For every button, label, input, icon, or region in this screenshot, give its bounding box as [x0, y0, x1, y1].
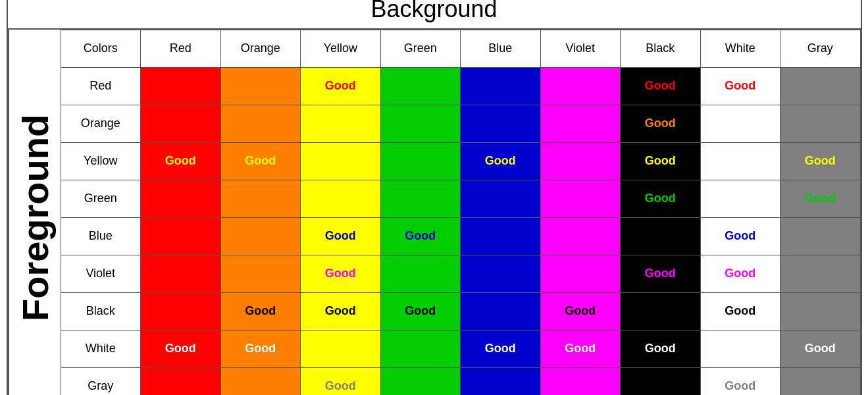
color-cell: Good [780, 330, 861, 367]
column-header-colors: Colors [61, 30, 141, 67]
color-cell [220, 180, 301, 217]
good-label: Good [725, 304, 755, 317]
good-label: Good [485, 154, 516, 167]
color-cell: Good [461, 330, 541, 367]
background-header: Background [8, 0, 861, 30]
color-cell: Good [621, 330, 701, 367]
good-label: Good [325, 267, 356, 280]
color-cell [700, 105, 780, 142]
row-label-blue: Blue [61, 217, 141, 255]
color-cell: Good [301, 67, 381, 105]
color-cell [780, 67, 861, 105]
good-label: Good [245, 342, 276, 355]
color-cell [540, 142, 621, 180]
color-cell: Good [220, 330, 301, 367]
foreground-label: Foreground [8, 30, 61, 396]
color-cell: Good [621, 105, 701, 142]
color-cell [301, 105, 381, 142]
good-label: Good [245, 154, 276, 167]
color-cell [380, 105, 461, 142]
color-cell [780, 255, 861, 292]
color-cell [700, 330, 780, 367]
color-cell: Good [141, 330, 221, 367]
color-cell [220, 255, 301, 292]
color-cell [540, 217, 621, 255]
table-row: RedGoodGoodGood [61, 67, 860, 105]
color-cell [700, 142, 780, 180]
table-body: RedGoodGoodGoodOrangeGoodYellowGoodGoodG… [61, 67, 860, 395]
color-cell [461, 292, 541, 330]
table-row: BlackGoodGoodGoodGoodGood [61, 292, 860, 330]
table-row: WhiteGoodGoodGoodGoodGoodGood [61, 330, 860, 367]
row-label-orange: Orange [61, 105, 141, 142]
color-cell: Good [700, 217, 780, 255]
color-cell [141, 255, 221, 292]
row-label-red: Red [61, 67, 141, 105]
color-cell: Good [621, 180, 701, 217]
color-cell [700, 180, 780, 217]
color-cell [301, 330, 381, 367]
good-label: Good [565, 342, 596, 355]
table-row: GreenGoodGood [61, 180, 860, 217]
color-cell [621, 292, 701, 330]
good-label: Good [565, 304, 596, 317]
color-cell: Good [380, 292, 461, 330]
color-cell [301, 180, 381, 217]
column-header-yellow: Yellow [301, 30, 381, 67]
good-label: Good [645, 192, 676, 205]
good-label: Good [485, 342, 516, 355]
column-header-blue: Blue [461, 30, 541, 67]
color-cell [780, 292, 861, 330]
color-cell [380, 142, 461, 180]
good-label: Good [725, 79, 755, 92]
good-label: Good [805, 192, 836, 205]
color-cell: Good [621, 142, 701, 180]
color-cell [380, 330, 461, 367]
good-label: Good [805, 154, 836, 167]
color-cell [380, 367, 461, 395]
color-cell: Good [700, 292, 780, 330]
table-row: OrangeGood [61, 105, 860, 142]
color-cell: Good [141, 142, 221, 180]
good-label: Good [325, 379, 356, 392]
color-cell [461, 255, 541, 292]
row-label-black: Black [61, 292, 141, 330]
color-cell [141, 292, 221, 330]
good-label: Good [405, 229, 436, 242]
color-cell: Good [220, 292, 301, 330]
good-label: Good [325, 304, 356, 317]
color-cell [780, 105, 861, 142]
color-cell: Good [301, 255, 381, 292]
column-header-gray: Gray [780, 30, 861, 67]
color-cell: Good [301, 367, 381, 395]
color-cell [141, 180, 221, 217]
color-contrast-table: Background Foreground ColorsRedOrangeYel… [7, 0, 862, 395]
color-cell [220, 67, 301, 105]
color-cell: Good [380, 217, 461, 255]
color-cell [461, 67, 541, 105]
color-cell: Good [621, 67, 701, 105]
color-cell: Good [301, 292, 381, 330]
row-label-yellow: Yellow [61, 142, 141, 180]
column-header-white: White [700, 30, 780, 67]
color-cell: Good [700, 367, 780, 395]
color-cell [141, 217, 221, 255]
color-cell: Good [700, 255, 780, 292]
column-header-red: Red [141, 30, 221, 67]
color-cell [380, 67, 461, 105]
column-header-black: Black [621, 30, 701, 67]
color-cell: Good [780, 142, 861, 180]
good-label: Good [325, 79, 356, 92]
row-label-white: White [61, 330, 141, 367]
color-cell [141, 367, 221, 395]
color-cell [780, 217, 861, 255]
color-cell [540, 67, 621, 105]
color-cell: Good [220, 142, 301, 180]
color-cell [301, 142, 381, 180]
good-label: Good [725, 229, 755, 242]
column-header-green: Green [380, 30, 461, 67]
color-table-wrapper: ColorsRedOrangeYellowGreenBlueVioletBlac… [61, 30, 861, 396]
good-label: Good [725, 379, 755, 392]
good-label: Good [645, 267, 676, 280]
color-cell [220, 367, 301, 395]
